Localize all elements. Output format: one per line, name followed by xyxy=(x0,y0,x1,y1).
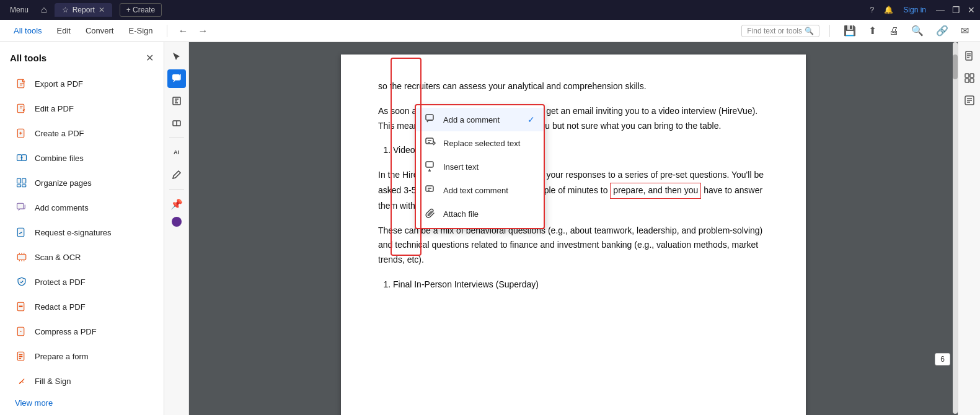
pdf-tool-comment[interactable] xyxy=(167,69,186,88)
main-area: All tools ✕ Export a PDF Edit a PDF Crea… xyxy=(0,42,980,415)
edit-pdf-icon xyxy=(15,102,29,115)
sidebar-item-label-export-pdf: Export a PDF xyxy=(35,79,83,89)
dropdown-item-attach-file[interactable]: Attach file xyxy=(416,202,544,225)
minimize-button[interactable]: — xyxy=(936,5,945,15)
nav-buttons: ← → xyxy=(175,24,212,38)
para1: so the recruiters can assess your analyt… xyxy=(378,79,769,94)
report-tab[interactable]: ☆ Report ✕ xyxy=(55,3,112,17)
sidebar-item-create-pdf[interactable]: Create a PDF xyxy=(5,121,159,145)
dropdown-item-label-insert-text: Insert text xyxy=(443,162,479,172)
tab-star-icon: ☆ xyxy=(62,6,69,14)
para4: These can be a mix of behavioral questio… xyxy=(378,224,769,268)
pdf-tool-color[interactable] xyxy=(172,217,182,227)
sidebar-item-compress-pdf[interactable]: Compress a PDF xyxy=(5,320,159,343)
tab-close-button[interactable]: ✕ xyxy=(99,6,105,14)
replace-selected-icon xyxy=(425,137,437,149)
menubar-edit[interactable]: Edit xyxy=(51,24,77,38)
sidebar-item-label-combine-files: Combine files xyxy=(35,154,84,163)
menubar-convert[interactable]: Convert xyxy=(79,24,120,38)
para3-highlight: prepare, and then you xyxy=(610,183,701,199)
sidebar-item-label-compress-pdf: Compress a PDF xyxy=(35,327,97,336)
pdf-tool-select[interactable] xyxy=(167,47,186,66)
pdf-tool-draw[interactable] xyxy=(167,165,186,184)
sidebar-title: All tools xyxy=(10,53,46,63)
create-button[interactable]: + Create xyxy=(120,3,162,17)
maximize-button[interactable]: ❐ xyxy=(952,5,960,15)
sidebar-item-scan-ocr[interactable]: Scan & OCR xyxy=(5,245,159,269)
sidebar-item-request-esignatures[interactable]: Request e-signatures xyxy=(5,221,159,244)
combine-files-icon xyxy=(15,151,29,165)
sidebar-item-edit-pdf[interactable]: Edit a PDF xyxy=(5,97,159,120)
sidebar-item-add-comments[interactable]: Add comments xyxy=(5,196,159,219)
sidebar-close-button[interactable]: ✕ xyxy=(146,52,154,64)
svg-rect-16 xyxy=(19,354,23,356)
compress-pdf-icon xyxy=(15,325,29,338)
dropdown-item-insert-text[interactable]: Insert text xyxy=(416,155,544,178)
svg-rect-17 xyxy=(19,356,23,357)
notification-icon[interactable]: 🔔 xyxy=(884,6,893,14)
dropdown-item-add-comment[interactable]: Add a comment ✓ xyxy=(416,108,544,131)
scrollbar-thumb[interactable] xyxy=(953,55,958,79)
sidebar-item-export-pdf[interactable]: Export a PDF xyxy=(5,72,159,95)
svg-rect-5 xyxy=(17,178,21,183)
help-icon[interactable]: ? xyxy=(870,6,875,14)
sign-in-button[interactable]: Sign in xyxy=(903,6,926,14)
sidebar-item-label-add-comments: Add comments xyxy=(35,203,89,212)
find-box[interactable]: Find text or tools 🔍 xyxy=(741,25,819,37)
svg-rect-13 xyxy=(19,306,23,307)
sidebar-item-redact-pdf[interactable]: Redact a PDF xyxy=(5,295,159,318)
svg-rect-7 xyxy=(17,185,21,187)
sidebar-item-protect-pdf[interactable]: Protect a PDF xyxy=(5,270,159,294)
list2-item1: Final In-Person Interviews (Superday) xyxy=(393,277,769,292)
dropdown-item-label-add-comment: Add a comment xyxy=(443,115,500,124)
pdf-toolbar: AI 📌 xyxy=(164,42,189,415)
tab-label: Report xyxy=(73,6,95,14)
svg-rect-28 xyxy=(970,74,974,77)
insert-text-icon xyxy=(425,160,437,173)
pdf-area: Add a comment ✓ Replace selected text In… xyxy=(189,42,958,415)
pdf-tool-textbox[interactable] xyxy=(167,114,186,133)
svg-rect-22 xyxy=(426,115,433,120)
svg-rect-27 xyxy=(965,74,969,77)
create-pdf-icon xyxy=(15,126,29,140)
view-more-link[interactable]: View more xyxy=(5,393,164,413)
comment-dropdown-menu: Add a comment ✓ Replace selected text In… xyxy=(415,104,545,229)
dropdown-item-replace-selected[interactable]: Replace selected text xyxy=(416,131,544,155)
home-button[interactable]: ⌂ xyxy=(41,4,47,15)
pdf-tool-text-edit[interactable] xyxy=(167,92,186,110)
nav-forward-button[interactable]: → xyxy=(195,24,212,38)
zoom-toolbar-button[interactable]: 🔍 xyxy=(907,23,927,38)
sidebar-header: All tools ✕ xyxy=(0,47,164,71)
protect-pdf-icon xyxy=(15,275,29,289)
right-tool-notes[interactable] xyxy=(961,92,978,109)
menubar-all-tools[interactable]: All tools xyxy=(7,24,48,38)
svg-rect-18 xyxy=(19,358,22,359)
sidebar-item-fill-sign[interactable]: Fill & Sign xyxy=(5,369,159,393)
upload-toolbar-button[interactable]: ⬆ xyxy=(865,23,880,38)
sidebar: All tools ✕ Export a PDF Edit a PDF Crea… xyxy=(0,42,164,415)
sidebar-item-combine-files[interactable]: Combine files xyxy=(5,146,159,170)
pdf-tool-pin[interactable]: 📌 xyxy=(167,194,186,213)
right-tool-thumbnail[interactable] xyxy=(961,69,978,87)
svg-rect-24 xyxy=(426,162,433,167)
pdf-tool-ai[interactable]: AI xyxy=(167,143,186,162)
sidebar-item-label-organize-pages: Organize pages xyxy=(35,178,92,188)
menubar-esign[interactable]: E-Sign xyxy=(122,24,159,38)
right-tool-pages[interactable] xyxy=(961,47,978,64)
sidebar-item-organize-pages[interactable]: Organize pages xyxy=(5,171,159,194)
dropdown-item-add-text-comment[interactable]: Add text comment xyxy=(416,178,544,202)
menu-button[interactable]: Menu xyxy=(5,4,33,15)
nav-back-button[interactable]: ← xyxy=(175,24,192,38)
titlebar: Menu ⌂ ☆ Report ✕ + Create ? 🔔 Sign in —… xyxy=(0,0,980,20)
svg-rect-19 xyxy=(172,74,180,80)
svg-rect-8 xyxy=(22,185,26,187)
add-text-comment-icon xyxy=(425,184,437,196)
save-toolbar-button[interactable]: 💾 xyxy=(840,23,860,38)
link-toolbar-button[interactable]: 🔗 xyxy=(932,23,952,38)
print-toolbar-button[interactable]: 🖨 xyxy=(885,24,903,38)
menubar-separator xyxy=(167,25,167,37)
close-button[interactable]: ✕ xyxy=(968,5,975,15)
share-toolbar-button[interactable]: ✉ xyxy=(957,23,973,38)
sidebar-item-prepare-form[interactable]: Prepare a form xyxy=(5,344,159,368)
scrollbar-track[interactable] xyxy=(953,42,958,414)
